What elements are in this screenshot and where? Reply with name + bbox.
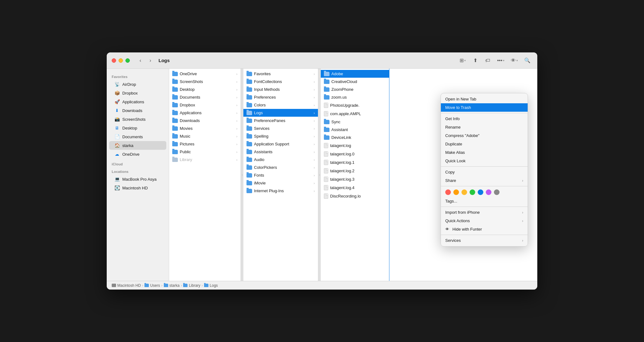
col2-logs[interactable]: Logs › — [243, 109, 318, 117]
col1-desktop[interactable]: Desktop › — [169, 86, 241, 93]
ctx-duplicate[interactable]: Duplicate — [441, 140, 528, 148]
col1-applications[interactable]: Applications › — [169, 109, 241, 117]
ctx-move-to-trash[interactable]: Move to Trash — [441, 103, 528, 112]
col2-fontcollections[interactable]: FontCollections › — [243, 78, 318, 86]
col1-downloads[interactable]: Downloads › — [169, 117, 241, 125]
ctx-compress[interactable]: Compress "Adobe" — [441, 131, 528, 140]
ctx-copy[interactable]: Copy — [441, 168, 528, 176]
sidebar-item-macintosh[interactable]: 💽 Macintosh HD — [109, 183, 166, 192]
folder-icon — [324, 72, 329, 76]
col3-talagent[interactable]: talagent.log — [321, 141, 389, 150]
tag-green[interactable] — [470, 189, 475, 195]
close-button[interactable] — [112, 58, 116, 63]
ctx-import-iphone[interactable]: Import from iPhone › — [441, 208, 528, 217]
folder-icon — [246, 158, 252, 162]
col1-dropbox[interactable]: Dropbox › — [169, 101, 241, 109]
tag-red[interactable] — [445, 189, 451, 195]
col2-services[interactable]: Services › — [243, 125, 318, 132]
col2-internet-plug-ins[interactable]: Internet Plug-Ins › — [243, 187, 318, 195]
ctx-rename[interactable]: Rename — [441, 123, 528, 131]
ctx-hide-funter[interactable]: 👁 Hide with Funter — [441, 225, 528, 233]
chevron-right-icon: › — [522, 219, 523, 223]
ctx-quick-actions[interactable]: Quick Actions › — [441, 217, 528, 225]
col3-talagent1[interactable]: talagent.log.1 — [321, 158, 389, 167]
search-button[interactable]: 🔍 — [522, 56, 532, 66]
col1-pictures[interactable]: Pictures › — [169, 140, 241, 148]
back-button[interactable]: ‹ — [136, 56, 145, 65]
col2-item-label: Application Support — [254, 142, 312, 146]
col1-library[interactable]: Library › — [169, 156, 241, 164]
col3-photosupgrade[interactable]: PhotosUpgrade. — [321, 101, 389, 110]
col2-imovie[interactable]: iMovie › — [243, 179, 318, 187]
col2-assistants[interactable]: Assistants › — [243, 148, 318, 156]
resize-handle-2[interactable]: · · · — [318, 69, 321, 281]
tag-purple[interactable] — [486, 189, 491, 195]
col2-audio[interactable]: Audio › — [243, 156, 318, 164]
col3-talagent0[interactable]: talagent.log.0 — [321, 150, 389, 158]
tag-button[interactable]: 🏷 — [483, 56, 493, 66]
sidebar-item-downloads[interactable]: ⬇ Downloads — [109, 106, 166, 115]
col3-talagent2[interactable]: talagent.log.2 — [321, 167, 389, 175]
ctx-open-new-tab[interactable]: Open in New Tab — [441, 95, 528, 103]
col3-devicelink[interactable]: DeviceLink — [321, 134, 389, 141]
col3-comapple[interactable]: com.apple.AMPL — [321, 110, 389, 118]
tag-blue[interactable] — [478, 189, 483, 195]
share-button[interactable]: ⬆ — [470, 56, 480, 66]
tag-gray[interactable] — [494, 189, 500, 195]
col2-preferencepanes[interactable]: PreferencePanes › — [243, 117, 318, 125]
forward-button[interactable]: › — [146, 56, 155, 65]
col2-input-methods[interactable]: Input Methods › — [243, 86, 318, 93]
col2-colorpickers[interactable]: ColorPickers › — [243, 164, 318, 171]
tag-yellow[interactable] — [461, 189, 467, 195]
resize-handle-1[interactable]: · · · — [241, 69, 243, 281]
col2-spelling[interactable]: Spelling › — [243, 132, 318, 140]
sidebar-item-desktop[interactable]: 🖥 Desktop — [109, 124, 166, 132]
col1-documents[interactable]: Documents › — [169, 93, 241, 101]
sidebar-item-onedrive[interactable]: ☁ OneDrive — [109, 150, 166, 159]
col3-item-label: DeviceLink — [331, 135, 386, 140]
col1-screenshots[interactable]: ScreenShots › — [169, 78, 241, 86]
ctx-services[interactable]: Services › — [441, 236, 528, 245]
chevron-right-icon: › — [236, 142, 237, 146]
ctx-tags[interactable]: Tags... — [441, 197, 528, 205]
col2-colors[interactable]: Colors › — [243, 101, 318, 109]
ctx-label: Move to Trash — [445, 105, 471, 110]
tag-orange[interactable] — [453, 189, 459, 195]
col3-talagent4[interactable]: talagent.log.4 — [321, 183, 389, 192]
sidebar-item-macbook[interactable]: 💻 MacBook Pro Asya — [109, 175, 166, 183]
col1-movies[interactable]: Movies › — [169, 125, 241, 132]
col1-item-label: Desktop — [180, 87, 234, 92]
col3-zoomphone[interactable]: ZoomPhone — [321, 86, 389, 93]
ctx-make-alias[interactable]: Make Alias — [441, 148, 528, 157]
col1-onedrive[interactable]: OneDrive › — [169, 70, 241, 78]
view-options-button[interactable]: 👁 ▾ — [509, 56, 520, 65]
maximize-button[interactable] — [125, 58, 130, 63]
view-columns-button[interactable]: ⊞ ▾ — [458, 56, 468, 65]
sidebar-item-screenshots[interactable]: 📸 ScreenShots — [109, 115, 166, 124]
col3-assistant[interactable]: Assistant — [321, 126, 389, 134]
more-button[interactable]: ••• ▾ — [495, 56, 506, 65]
sidebar-item-starka[interactable]: 🏠 starka — [109, 141, 166, 150]
ctx-share[interactable]: Share › — [441, 176, 528, 185]
col3-sync[interactable]: Sync — [321, 118, 389, 126]
folder-icon — [324, 120, 329, 124]
col2-application-support[interactable]: Application Support › — [243, 140, 318, 148]
col3-discrecording[interactable]: DiscRecording.lo — [321, 192, 389, 200]
col3-creativecloud[interactable]: CreativeCloud — [321, 78, 389, 86]
col1-public[interactable]: Public › — [169, 148, 241, 156]
sidebar-item-documents[interactable]: 📄 Documents — [109, 132, 166, 141]
col2-preferences[interactable]: Preferences › — [243, 93, 318, 101]
sidebar-item-dropbox[interactable]: 📦 Dropbox — [109, 89, 166, 97]
column-1: OneDrive › ScreenShots › Desktop › Docum… — [169, 69, 241, 281]
minimize-button[interactable] — [119, 58, 123, 63]
col2-favorites[interactable]: Favorites › — [243, 70, 318, 78]
col1-music[interactable]: Music › — [169, 132, 241, 140]
ctx-get-info[interactable]: Get Info — [441, 115, 528, 123]
col3-talagent3[interactable]: talagent.log.3 — [321, 175, 389, 183]
ctx-quick-look[interactable]: Quick Look — [441, 157, 528, 165]
col3-adobe[interactable]: Adobe — [321, 70, 389, 78]
sidebar-item-airdrop[interactable]: 📡 AirDrop — [109, 80, 166, 89]
col3-zoomus[interactable]: zoom.us — [321, 93, 389, 101]
sidebar-item-applications[interactable]: 🚀 Applications — [109, 97, 166, 106]
col2-fonts[interactable]: Fonts › — [243, 171, 318, 179]
